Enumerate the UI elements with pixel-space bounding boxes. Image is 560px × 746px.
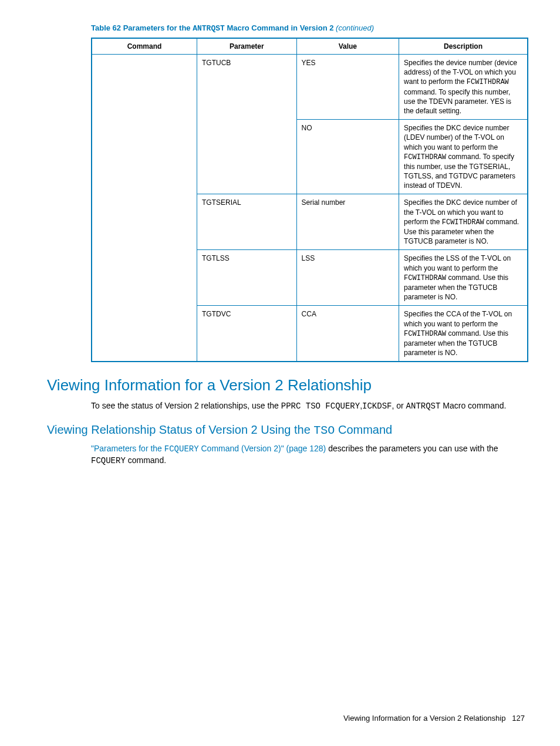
body-paragraph: To see the status of Version 2 relations…	[91, 400, 525, 413]
link-text: "Parameters for the	[91, 444, 164, 453]
cell-parameter: TGTSERIAL	[197, 194, 297, 250]
para-code: ICKDSF	[362, 401, 392, 411]
para-code: PPRC TSO FCQUERY	[281, 401, 360, 411]
caption-prefix: Table 62 Parameters for the	[91, 23, 193, 32]
cross-reference-link[interactable]: "Parameters for the FCQUERY Command (Ver…	[91, 444, 326, 453]
cell-value: CCA	[296, 306, 399, 362]
cell-value: NO	[296, 120, 399, 194]
cell-value: LSS	[296, 250, 399, 306]
section-heading: Viewing Information for a Version 2 Rela…	[47, 376, 525, 394]
cell-value: YES	[296, 55, 399, 120]
desc-text: command. To specify this number, use the…	[404, 88, 511, 115]
heading-text: Command	[335, 423, 392, 436]
cell-parameter: TGTLSS	[197, 250, 297, 306]
th-parameter: Parameter	[197, 38, 297, 55]
cell-description: Specifies the LSS of the T-VOL on which …	[399, 250, 528, 306]
para-text: command.	[126, 455, 166, 465]
table-row: TGTUCB YES Specifies the device number (…	[92, 55, 528, 120]
cell-description: Specifies the DKC device number of the T…	[399, 194, 528, 250]
cell-value: Serial number	[296, 194, 399, 250]
footer-section-title: Viewing Information for a Version 2 Rela…	[343, 714, 506, 723]
cell-description: Specifies the CCA of the T-VOL on which …	[399, 306, 528, 362]
para-text: , or	[392, 401, 406, 410]
cell-command	[92, 55, 197, 362]
th-value: Value	[296, 38, 399, 55]
para-code: ANTRQST	[406, 401, 441, 411]
cell-parameter: TGTDVC	[197, 306, 297, 362]
para-text: describes the parameters you can use wit…	[326, 444, 498, 453]
desc-code: FCWITHDRAW	[467, 78, 509, 86]
caption-code: ANTRQST	[193, 24, 225, 33]
th-command: Command	[92, 38, 197, 55]
subsection-heading: Viewing Relationship Status of Version 2…	[47, 423, 525, 437]
desc-code: FCWITHDRAW	[404, 274, 446, 282]
caption-continued: (continued)	[336, 23, 374, 32]
desc-code: FCWITHDRAW	[404, 330, 446, 338]
desc-code: FCWITHDRAW	[404, 153, 446, 161]
footer-page-number: 127	[512, 714, 525, 723]
link-code: FCQUERY	[164, 444, 199, 454]
para-text: Macro command.	[440, 401, 506, 410]
desc-text: Specifies the DKC device number (LDEV nu…	[404, 124, 509, 151]
cell-parameter: TGTUCB	[197, 55, 297, 194]
cell-description: Specifies the DKC device number (LDEV nu…	[399, 120, 528, 194]
heading-code: TSO	[313, 424, 335, 437]
body-paragraph: "Parameters for the FCQUERY Command (Ver…	[91, 443, 525, 467]
cell-description: Specifies the device number (device addr…	[399, 55, 528, 120]
caption-suffix: Macro Command in Version 2	[225, 23, 336, 32]
table-caption: Table 62 Parameters for the ANTRQST Macr…	[91, 23, 525, 33]
heading-text: Viewing Relationship Status of Version 2…	[47, 423, 313, 436]
para-code: FCQUERY	[91, 456, 126, 465]
page-footer: Viewing Information for a Version 2 Rela…	[343, 714, 525, 723]
table-header-row: Command Parameter Value Description	[92, 38, 528, 55]
desc-text: Specifies the CCA of the T-VOL on which …	[404, 310, 512, 328]
link-text: Command (Version 2)" (page 128)	[199, 444, 326, 453]
desc-code: FCWITHDRAW	[442, 218, 484, 227]
th-description: Description	[399, 38, 528, 55]
parameters-table: Command Parameter Value Description TGTU…	[91, 38, 528, 362]
desc-text: Specifies the LSS of the T-VOL on which …	[404, 254, 511, 272]
para-text: To see the status of Version 2 relations…	[91, 401, 281, 410]
